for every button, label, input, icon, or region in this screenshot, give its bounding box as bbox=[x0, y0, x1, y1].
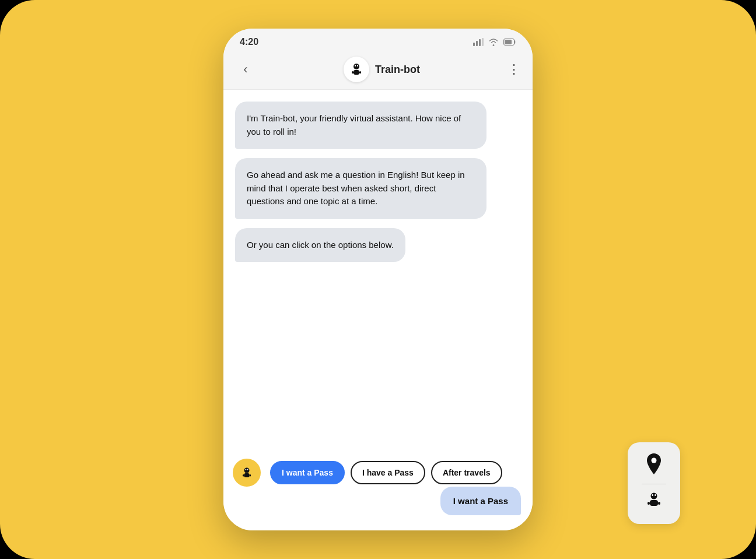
svg-rect-1 bbox=[476, 41, 478, 46]
person-icon[interactable] bbox=[645, 490, 663, 513]
svg-rect-5 bbox=[505, 40, 512, 44]
svg-rect-20 bbox=[650, 500, 658, 506]
svg-rect-9 bbox=[359, 71, 361, 74]
bot-message-2: Go ahead and ask me a question in Englis… bbox=[235, 158, 487, 219]
svg-rect-21 bbox=[648, 502, 650, 505]
quick-reply-have-pass[interactable]: I have a Pass bbox=[351, 461, 425, 484]
status-icons bbox=[473, 38, 516, 46]
quick-reply-want-pass[interactable]: I want a Pass bbox=[270, 461, 345, 484]
bot-message-1: I'm Train-bot, your friendly virtual ass… bbox=[235, 102, 487, 149]
quick-reply-after-travels[interactable]: After travels bbox=[431, 461, 502, 484]
svg-rect-22 bbox=[658, 502, 660, 505]
phone-frame: 4:20 bbox=[223, 29, 533, 530]
bot-icon-header bbox=[348, 61, 365, 78]
more-button[interactable]: ⋮ bbox=[508, 62, 521, 77]
widget-divider bbox=[642, 484, 666, 484]
chat-header: ‹ Train-bot ⋮ bbox=[223, 52, 533, 90]
svg-rect-14 bbox=[243, 474, 244, 477]
status-bar: 4:20 bbox=[223, 29, 533, 52]
svg-rect-17 bbox=[247, 469, 249, 471]
side-widget bbox=[628, 442, 680, 524]
svg-rect-16 bbox=[246, 469, 247, 471]
status-time: 4:20 bbox=[240, 37, 258, 47]
quick-replies: I want a Pass I have a Pass After travel… bbox=[268, 461, 505, 484]
outer-background: 4:20 bbox=[0, 0, 756, 559]
svg-point-6 bbox=[354, 64, 359, 69]
quick-replies-row: I want a Pass I have a Pass After travel… bbox=[233, 459, 523, 487]
chat-area: I'm Train-bot, your friendly virtual ass… bbox=[223, 90, 533, 454]
svg-rect-11 bbox=[357, 65, 358, 67]
svg-rect-24 bbox=[654, 494, 656, 496]
svg-rect-23 bbox=[652, 494, 653, 496]
svg-point-12 bbox=[244, 468, 250, 473]
bot-icon-small bbox=[240, 466, 254, 480]
svg-rect-15 bbox=[250, 474, 251, 477]
back-button[interactable]: ‹ bbox=[235, 62, 256, 77]
header-title: Train-bot bbox=[375, 64, 420, 76]
bot-avatar-small bbox=[233, 459, 261, 487]
svg-rect-8 bbox=[352, 71, 354, 74]
svg-rect-0 bbox=[473, 43, 475, 46]
svg-rect-7 bbox=[354, 70, 359, 75]
svg-point-18 bbox=[652, 457, 657, 463]
header-center: Train-bot bbox=[344, 57, 420, 82]
pin-icon[interactable] bbox=[645, 453, 663, 478]
user-message: I want a Pass bbox=[440, 487, 521, 515]
svg-rect-13 bbox=[244, 473, 250, 477]
svg-point-19 bbox=[651, 493, 657, 499]
battery-icon bbox=[503, 39, 516, 46]
bottom-section: I want a Pass I have a Pass After travel… bbox=[223, 454, 533, 530]
svg-rect-3 bbox=[482, 38, 484, 46]
signal-icon bbox=[473, 38, 484, 46]
wifi-icon bbox=[488, 38, 499, 46]
user-message-wrapper: I want a Pass bbox=[233, 487, 523, 520]
svg-rect-2 bbox=[479, 39, 481, 46]
bot-message-3: Or you can click on the options below. bbox=[235, 228, 405, 263]
bot-avatar-header bbox=[344, 57, 369, 82]
svg-rect-10 bbox=[355, 65, 356, 67]
